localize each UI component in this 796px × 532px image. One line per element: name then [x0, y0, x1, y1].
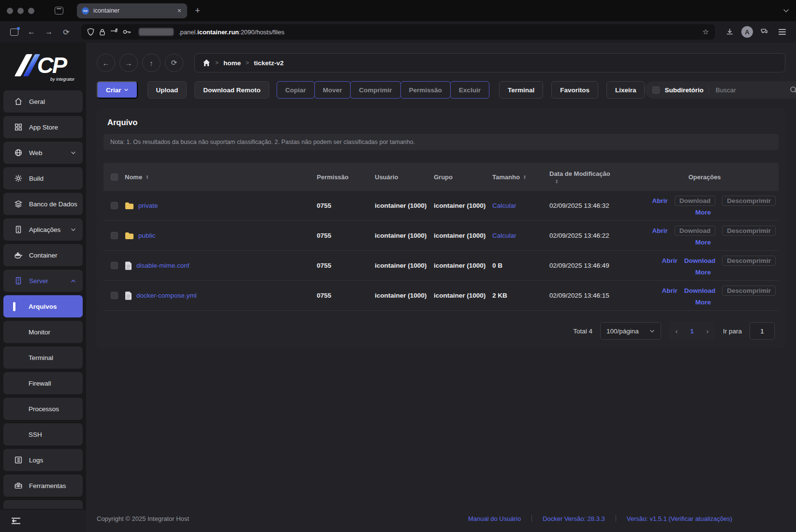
breadcrumb-item-home[interactable]: home	[223, 59, 241, 67]
more-link[interactable]: More	[695, 269, 711, 276]
user-manual-link[interactable]: Manual do Usuário	[457, 515, 531, 522]
page-size-select[interactable]: 100/página	[600, 322, 661, 340]
sidebar-item-terminal[interactable]: Terminal	[3, 346, 83, 369]
user-value: icontainer (1000)	[375, 202, 434, 209]
extensions-puzzle-icon[interactable]	[757, 25, 772, 39]
file-name-link[interactable]: public	[138, 232, 155, 239]
file-name-link[interactable]: private	[138, 202, 158, 209]
file-name-link[interactable]: docker-compose.yml	[136, 292, 197, 299]
sidebar-item-web[interactable]: Web	[3, 142, 83, 164]
column-header-size[interactable]: Tamanho▲▼	[492, 173, 549, 181]
breadcrumb-item-current[interactable]: ticketz-v2	[254, 59, 284, 67]
shield-icon[interactable]	[87, 28, 94, 36]
sidebar-item-monitor[interactable]: Monitor	[3, 321, 83, 343]
search-input[interactable]	[708, 86, 785, 94]
back-button[interactable]: ←	[24, 25, 39, 39]
sidebar-item-ssh[interactable]: SSH	[3, 423, 83, 446]
row-checkbox[interactable]	[111, 292, 118, 299]
row-checkbox[interactable]	[111, 262, 118, 269]
files-forward-button[interactable]: →	[119, 54, 138, 72]
column-header-name[interactable]: Nome▲▼	[125, 173, 317, 181]
goto-page-input[interactable]	[750, 322, 775, 340]
sidebar-item-build[interactable]: Build	[3, 167, 83, 189]
tab-list-chevron-icon[interactable]	[783, 9, 789, 13]
favorites-button[interactable]: Favoritos	[551, 81, 598, 99]
search-icon[interactable]	[790, 86, 796, 94]
breadcrumb-home-icon[interactable]	[203, 59, 210, 67]
calculate-size-link[interactable]: Calcular	[492, 202, 549, 209]
copy-button[interactable]: Copiar	[277, 81, 315, 99]
permissions-sliders-icon[interactable]	[110, 29, 118, 35]
open-link[interactable]: Abrir	[652, 197, 667, 204]
row-operations: Abrir Download Descomprimir More	[631, 221, 779, 250]
files-refresh-button[interactable]: ⟳	[165, 54, 183, 72]
layers-icon	[14, 200, 23, 208]
docker-version-link[interactable]: Docker Versão: 28.3.3	[532, 515, 616, 522]
url-bar[interactable]: .panel.icontainer.run:2090/hosts/files ☆	[81, 24, 715, 40]
remote-download-button[interactable]: Download Remoto	[194, 81, 269, 99]
sidebar-item-ferramentas[interactable]: Ferramentas	[3, 474, 83, 497]
key-icon[interactable]	[123, 29, 131, 35]
more-link[interactable]: More	[695, 209, 711, 216]
more-link[interactable]: More	[695, 239, 711, 246]
delete-button[interactable]: Excluir	[450, 81, 489, 99]
prev-page-button[interactable]: ‹	[669, 328, 684, 335]
next-page-button[interactable]: ›	[700, 328, 715, 335]
sidebar-item-firewall[interactable]: Firewall	[3, 372, 83, 394]
files-back-button[interactable]: ←	[97, 54, 115, 72]
lock-icon[interactable]	[99, 29, 105, 36]
sort-icon[interactable]: ▲▼	[146, 174, 148, 180]
file-name-link[interactable]: disable-mime.conf	[136, 262, 190, 269]
trash-button[interactable]: Lixeira	[606, 81, 645, 99]
sort-icon[interactable]: ▲▼	[523, 174, 526, 180]
downloads-icon[interactable]	[722, 25, 737, 39]
sidebar-item-app-store[interactable]: App Store	[3, 116, 83, 138]
compress-button[interactable]: Comprimir	[350, 81, 400, 99]
column-header-modified[interactable]: Data de Modificação▲▼	[549, 170, 631, 184]
open-link[interactable]: Abrir	[662, 287, 677, 294]
sidebar-menu: Geral App Store Web Build Banco d	[0, 86, 86, 510]
grid-icon	[14, 123, 23, 131]
browser-tab[interactable]: icp icontainer ×	[77, 3, 187, 18]
row-checkbox[interactable]	[111, 202, 118, 209]
tab-overview-icon[interactable]	[55, 7, 63, 14]
window-traffic-lights[interactable]	[7, 8, 34, 14]
account-avatar[interactable]: A	[740, 25, 754, 39]
permission-button[interactable]: Permissão	[400, 81, 451, 99]
open-link[interactable]: Abrir	[662, 257, 677, 264]
bookmark-star-icon[interactable]: ☆	[703, 28, 709, 36]
sidebar-item-banco-de-dados[interactable]: Banco de Dados	[3, 193, 83, 215]
sidebar-item-aplicacoes[interactable]: Aplicações	[3, 218, 83, 241]
open-link[interactable]: Abrir	[652, 227, 667, 234]
collapse-sidebar-icon[interactable]	[11, 517, 21, 525]
reload-button[interactable]: ⟳	[59, 25, 74, 39]
sidebar-item-server[interactable]: Server	[3, 270, 83, 292]
forward-button[interactable]: →	[42, 25, 56, 39]
files-up-button[interactable]: ↑	[142, 54, 161, 72]
containers-icon[interactable]	[7, 25, 21, 39]
sidebar-item-arquivos[interactable]: Arquivos	[3, 295, 83, 317]
create-button[interactable]: Criar	[97, 81, 138, 99]
sidebar-item-logs[interactable]: Logs	[3, 449, 83, 471]
sidebar-item-processos[interactable]: Processos	[3, 398, 83, 420]
sort-icon[interactable]: ▲▼	[555, 179, 558, 184]
more-link[interactable]: More	[695, 299, 711, 306]
menu-hamburger-icon[interactable]	[775, 25, 789, 39]
download-link[interactable]: Download	[684, 287, 716, 294]
row-checkbox[interactable]	[111, 232, 118, 239]
subdirectory-checkbox[interactable]	[652, 86, 660, 94]
tab-close-icon[interactable]: ×	[177, 7, 182, 14]
current-page[interactable]: 1	[684, 328, 700, 335]
download-link[interactable]: Download	[684, 257, 716, 264]
chevron-down-icon	[71, 151, 76, 155]
upload-button[interactable]: Upload	[147, 81, 187, 99]
sidebar-item-geral[interactable]: Geral	[3, 90, 83, 113]
select-all-checkbox[interactable]	[111, 173, 118, 181]
terminal-button[interactable]: Terminal	[499, 81, 543, 99]
sidebar-item-container[interactable]: Container	[3, 244, 83, 266]
move-button[interactable]: Mover	[314, 81, 351, 99]
new-tab-button[interactable]: +	[195, 5, 200, 16]
sidebar-item-clipped[interactable]	[3, 500, 83, 509]
calculate-size-link[interactable]: Calcular	[492, 232, 549, 239]
version-update-link[interactable]: Versão: v1.5.1 (Verificar atualizações)	[616, 515, 743, 522]
